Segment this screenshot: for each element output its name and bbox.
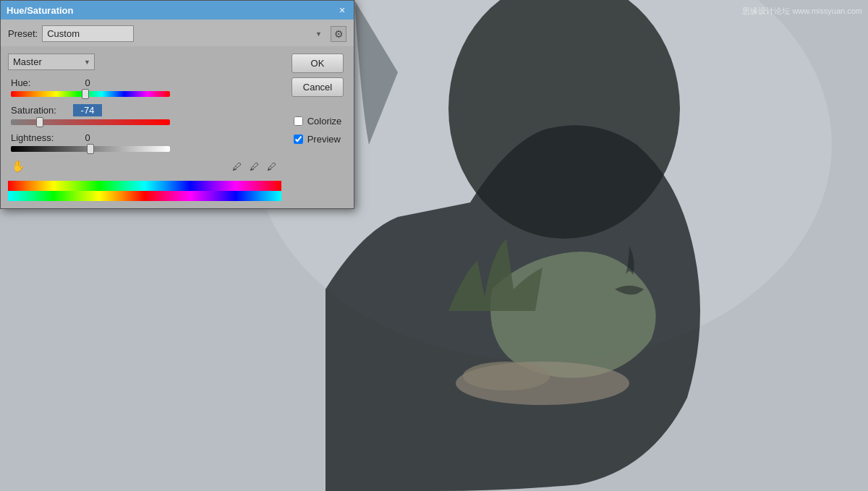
dialog-main-content: MasterRedsYellowsGreensCyansBluesMagenta… xyxy=(1,46,354,208)
hand-tool-icon[interactable]: ✋ xyxy=(11,159,25,174)
right-panel: OK Cancel Colorize Preview xyxy=(289,54,346,201)
light-slider-thumb[interactable] xyxy=(87,144,94,154)
sat-slider-track[interactable] xyxy=(11,119,170,125)
close-button[interactable]: × xyxy=(336,4,348,16)
eyedropper-add-icon[interactable]: 🖊 xyxy=(247,159,261,174)
light-slider-track[interactable] xyxy=(11,146,170,152)
hue-track-row xyxy=(11,91,278,97)
color-bar-bottom xyxy=(8,191,281,201)
channel-select[interactable]: MasterRedsYellowsGreensCyansBluesMagenta… xyxy=(8,54,95,70)
hue-label-row: Hue: 0 xyxy=(11,77,278,88)
preview-label: Preview xyxy=(307,134,341,145)
dialog-title: Hue/Saturation xyxy=(7,5,73,16)
sat-value: -74 xyxy=(73,104,102,116)
channel-row: MasterRedsYellowsGreensCyansBluesMagenta… xyxy=(8,54,281,70)
gear-button[interactable]: ⚙ xyxy=(331,26,346,42)
eyedropper-icons: 🖊 🖊 🖊 xyxy=(229,159,278,174)
sat-slider-thumb[interactable] xyxy=(36,117,43,127)
hue-value: 0 xyxy=(73,77,102,88)
preset-label: Preset: xyxy=(8,28,38,39)
preset-select-wrapper: CustomDefaultCyanotypeIncrease Saturatio… xyxy=(42,25,326,42)
preview-checkbox[interactable] xyxy=(294,135,303,144)
sat-label: Saturation: xyxy=(11,105,69,116)
hue-saturation-dialog: Hue/Saturation × Preset: CustomDefaultCy… xyxy=(0,0,354,209)
hue-slider-thumb[interactable] xyxy=(82,89,89,99)
sat-label-row: Saturation: -74 xyxy=(11,104,278,116)
cancel-button[interactable]: Cancel xyxy=(292,77,344,97)
left-panel: MasterRedsYellowsGreensCyansBluesMagenta… xyxy=(8,54,281,201)
light-value: 0 xyxy=(73,132,102,143)
sat-track-row xyxy=(11,119,278,125)
hue-slider-track[interactable] xyxy=(11,91,170,97)
ok-button[interactable]: OK xyxy=(292,54,344,73)
channel-select-wrapper: MasterRedsYellowsGreensCyansBluesMagenta… xyxy=(8,54,95,70)
light-label: Lightness: xyxy=(11,132,69,143)
svg-point-4 xyxy=(463,362,550,390)
colorize-label: Colorize xyxy=(307,116,342,127)
sliders-section: Hue: 0 Saturation: -74 xyxy=(8,77,281,152)
eyedropper-icon[interactable]: 🖊 xyxy=(229,159,244,174)
eyedropper-remove-icon[interactable]: 🖊 xyxy=(264,159,278,174)
tools-row: ✋ 🖊 🖊 🖊 xyxy=(8,159,281,174)
watermark: 思缘设计论坛 www.missyuan.com xyxy=(742,6,862,17)
colorize-row: Colorize xyxy=(294,116,342,127)
tool-icons-left: ✋ xyxy=(11,159,25,174)
color-bars xyxy=(8,181,281,201)
hue-label: Hue: xyxy=(11,77,69,88)
colorize-checkbox[interactable] xyxy=(294,116,303,126)
preset-select[interactable]: CustomDefaultCyanotypeIncrease Saturatio… xyxy=(42,25,134,42)
preview-row: Preview xyxy=(294,134,342,145)
light-track-row xyxy=(11,146,278,152)
color-bar-top xyxy=(8,181,281,191)
light-label-row: Lightness: 0 xyxy=(11,132,278,143)
title-bar: Hue/Saturation × xyxy=(1,1,354,20)
